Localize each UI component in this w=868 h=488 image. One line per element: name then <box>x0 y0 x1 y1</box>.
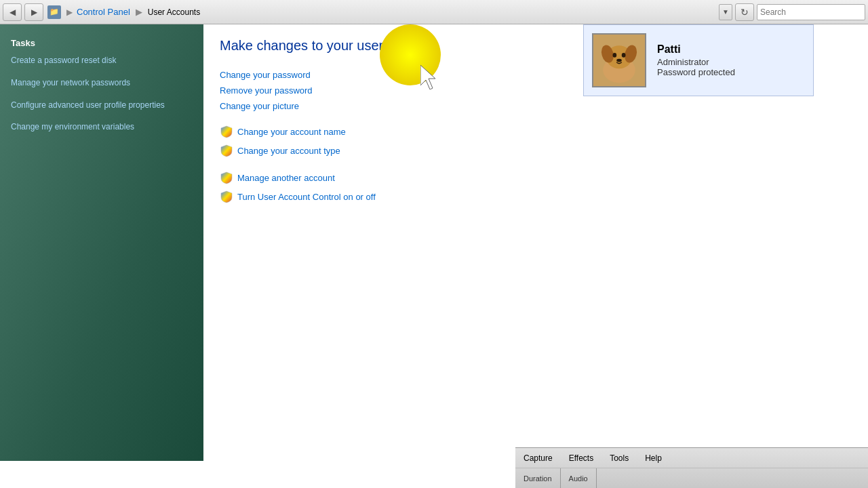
manage-another-account-link[interactable]: Manage another account <box>220 171 852 184</box>
bottom-toolbar-area: Capture Effects Tools Help Duration Audi… <box>515 447 868 488</box>
tasks-label: Tasks <box>11 38 193 48</box>
folder-icon: 📁 <box>47 5 61 19</box>
svg-point-6 <box>622 53 626 58</box>
shield-icon-4 <box>220 190 233 203</box>
address-bar: ◀ ▶ 📁 ▶ Control Panel ▶ User Accounts ▼ … <box>0 0 868 24</box>
toolbar-audio-label: Audio <box>561 468 597 488</box>
breadcrumb-current: User Accounts <box>148 7 200 17</box>
shield-icon-2 <box>220 144 233 157</box>
user-info: Patti Administrator Password protected <box>657 43 805 77</box>
toolbar-menu-bar: Capture Effects Tools Help <box>515 448 868 468</box>
sidebar-item-manage-network-passwords[interactable]: Manage your network passwords <box>11 77 193 89</box>
search-box <box>757 4 865 20</box>
forward-button[interactable]: ▶ <box>24 3 43 21</box>
user-status: Password protected <box>657 67 805 77</box>
breadcrumb-separator-1: ▶ <box>66 7 73 17</box>
sidebar: Tasks Create a password reset disk Manag… <box>0 24 203 461</box>
toolbar-status-bar: Duration Audio <box>515 468 868 488</box>
shield-icon-1 <box>220 125 233 138</box>
toolbar-duration-label: Duration <box>515 468 561 488</box>
toolbar-effects[interactable]: Effects <box>561 448 601 468</box>
user-card: Patti Administrator Password protected <box>583 24 814 96</box>
user-role: Administrator <box>657 57 805 67</box>
refresh-button[interactable]: ↻ <box>735 3 754 21</box>
shield-links-section: Change your account name Change your acc… <box>220 125 852 157</box>
change-account-name-link[interactable]: Change your account name <box>220 125 852 138</box>
sidebar-item-change-environment[interactable]: Change my environment variables <box>11 121 193 133</box>
change-account-type-link[interactable]: Change your account type <box>220 144 852 157</box>
turn-uac-link[interactable]: Turn User Account Control on or off <box>220 190 852 203</box>
toolbar-help[interactable]: Help <box>637 448 670 468</box>
avatar <box>592 33 646 87</box>
sidebar-item-configure-advanced[interactable]: Configure advanced user profile properti… <box>11 100 193 111</box>
svg-point-7 <box>616 59 622 62</box>
address-dropdown[interactable]: ▼ <box>719 4 732 20</box>
toolbar-tools[interactable]: Tools <box>601 448 637 468</box>
svg-point-5 <box>613 53 617 58</box>
search-input[interactable] <box>760 7 862 17</box>
toolbar-capture[interactable]: Capture <box>515 448 561 468</box>
breadcrumb-separator-2: ▶ <box>136 7 142 17</box>
sidebar-item-create-reset-disk[interactable]: Create a password reset disk <box>11 55 193 66</box>
breadcrumb-control-panel[interactable]: Control Panel <box>77 7 130 17</box>
avatar-image <box>593 33 645 87</box>
shield-icon-3 <box>220 171 233 184</box>
back-button[interactable]: ◀ <box>3 3 22 21</box>
change-picture-link[interactable]: Change your picture <box>220 101 852 111</box>
bottom-links-section: Manage another account Turn User Account… <box>220 171 852 203</box>
user-name: Patti <box>657 43 805 56</box>
